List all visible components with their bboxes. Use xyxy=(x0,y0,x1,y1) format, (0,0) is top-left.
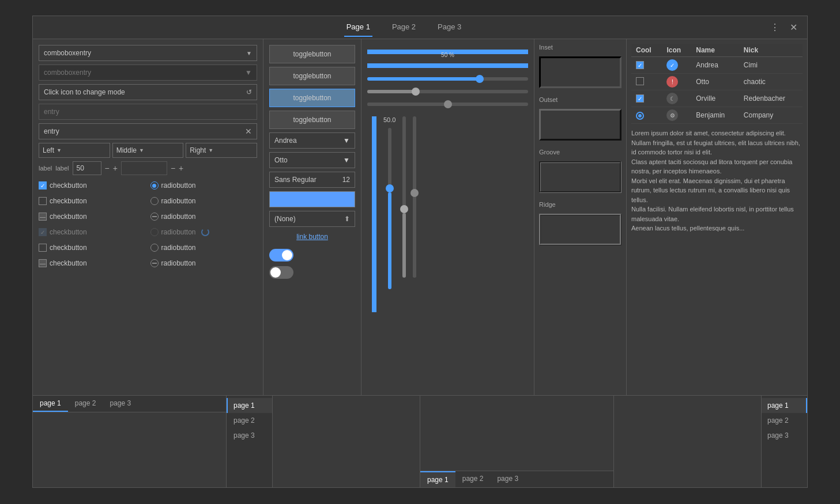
check-item-5[interactable]: checkbutton xyxy=(39,241,146,255)
check-item-3[interactable]: — checkbutton xyxy=(39,210,146,223)
vslider-3[interactable] xyxy=(402,116,406,278)
radio-item-1[interactable]: radiobutton xyxy=(150,179,258,192)
vtab2-1[interactable]: page 1 xyxy=(227,398,272,413)
switch-container xyxy=(269,247,355,281)
switch-1[interactable] xyxy=(269,249,293,262)
radio-item-2[interactable]: radiobutton xyxy=(150,194,258,208)
check-item-1[interactable]: ✓ checkbutton xyxy=(39,179,146,192)
toggle-btn-3[interactable]: togglebutton xyxy=(269,89,355,107)
radio-item-3[interactable]: radiobutton xyxy=(150,210,258,223)
toggle-btn-2[interactable]: togglebutton xyxy=(269,67,355,85)
toggle-btn-1[interactable]: togglebutton xyxy=(269,45,355,63)
radio-item-5[interactable]: radiobutton xyxy=(150,241,258,255)
rtab4-2[interactable]: page 2 xyxy=(762,413,807,428)
check-item-4: ✓ checkbutton xyxy=(39,225,146,239)
rtab4-1[interactable]: page 1 xyxy=(762,398,807,413)
radio-6[interactable] xyxy=(150,259,159,267)
btab3-3[interactable]: page 3 xyxy=(490,471,525,487)
btab1-2[interactable]: page 2 xyxy=(68,396,103,412)
btab1-3[interactable]: page 3 xyxy=(103,396,138,412)
tab-page3[interactable]: Page 3 xyxy=(435,18,464,37)
entry-icon-field[interactable]: Click icon to change mode ↺ xyxy=(39,84,257,100)
spin-entry[interactable]: 50 xyxy=(73,161,101,175)
hslider-2[interactable]: 50 % xyxy=(367,61,528,70)
combo-otto[interactable]: Otto ▼ xyxy=(269,152,355,168)
align-mid-combo[interactable]: Middle ▼ xyxy=(112,143,184,158)
vslider-4[interactable] xyxy=(413,116,416,278)
switch-2[interactable] xyxy=(269,266,293,279)
table-row[interactable]: ✓ ☾ Orville Redenbacher xyxy=(631,90,803,107)
reload-icon[interactable]: ↺ xyxy=(246,88,252,96)
clear-icon[interactable]: ✕ xyxy=(245,127,252,136)
checkbox-label-4: checkbutton xyxy=(50,228,87,236)
combo-box-1[interactable]: comboboxentry ▼ xyxy=(39,45,257,61)
entry-plain-field[interactable]: entry xyxy=(39,104,257,120)
col-cool: Cool xyxy=(631,44,662,57)
bottom-btabs-bar: page 1 page 2 page 3 xyxy=(420,471,613,487)
spin-minus-icon[interactable]: − xyxy=(105,164,110,173)
vtab2-3[interactable]: page 3 xyxy=(227,428,272,443)
row2-cool xyxy=(631,74,662,90)
radio-3[interactable] xyxy=(150,213,159,221)
radio-label-1: radiobutton xyxy=(161,181,196,190)
btab3-2[interactable]: page 2 xyxy=(455,471,491,487)
table-row[interactable]: ! Otto chaotic xyxy=(631,74,803,90)
checkbox-2[interactable] xyxy=(39,197,47,205)
hslider-4[interactable] xyxy=(367,88,528,96)
checkbox-3[interactable]: — xyxy=(39,213,47,221)
align-mid-label: Middle xyxy=(116,146,137,154)
radio-2[interactable] xyxy=(150,197,159,205)
combo-andrea-arrow-icon: ▼ xyxy=(343,137,350,145)
hslider-5[interactable] xyxy=(367,100,528,108)
check-radio-grid: ✓ checkbutton radiobutton checkbutton ra… xyxy=(39,179,257,270)
entry-plain-placeholder: entry xyxy=(44,108,59,116)
row1-icon-cell: ✓ xyxy=(666,59,678,71)
radio-label-6: radiobutton xyxy=(161,259,196,267)
btab3-1[interactable]: page 1 xyxy=(420,471,455,487)
check-item-6[interactable]: — checkbutton xyxy=(39,256,146,270)
radio-1[interactable] xyxy=(150,181,159,190)
checkbox-5[interactable] xyxy=(39,244,47,252)
row2-icon-cell: ! xyxy=(666,76,678,88)
radio-5[interactable] xyxy=(150,244,159,252)
inset-label: Inset xyxy=(539,44,621,51)
radio-item-6[interactable]: radiobutton xyxy=(150,256,258,270)
row4-radio xyxy=(636,112,644,120)
btab1-1[interactable]: page 1 xyxy=(33,396,68,412)
vtab2-2[interactable]: page 2 xyxy=(227,413,272,428)
radio-label-5: radiobutton xyxy=(161,244,196,252)
combo-arrow-2-icon: ▼ xyxy=(245,69,252,77)
row3-icon-cell: ☾ xyxy=(666,93,678,104)
rtab4-3[interactable]: page 3 xyxy=(762,428,807,443)
table-row[interactable]: ⚙ Benjamin Company xyxy=(631,107,803,124)
row4-name: Benjamin xyxy=(691,107,739,124)
vslider-1[interactable] xyxy=(372,116,376,312)
vslider-2[interactable]: 50.0 xyxy=(383,116,395,289)
close-button[interactable]: ✕ xyxy=(786,21,800,35)
link-button[interactable]: link button xyxy=(269,230,355,243)
spin-plus2-icon[interactable]: + xyxy=(179,164,183,173)
align-right-combo[interactable]: Right ▼ xyxy=(186,143,257,158)
combo-andrea[interactable]: Andrea ▼ xyxy=(269,132,355,149)
file-combo[interactable]: (None) ⬆ xyxy=(269,211,355,227)
row3-name: Orville xyxy=(691,90,739,107)
checkbox-6[interactable]: — xyxy=(39,259,47,267)
frame-outset xyxy=(539,109,621,141)
hslider-3[interactable] xyxy=(367,75,528,83)
row3-check: ✓ xyxy=(636,94,644,103)
checkbox-1[interactable]: ✓ xyxy=(39,181,47,190)
tab-page2[interactable]: Page 2 xyxy=(390,18,418,37)
spin-minus2-icon[interactable]: − xyxy=(171,164,175,173)
bottom-panel-3: page 1 page 2 page 3 xyxy=(420,396,614,487)
entry-clear-field[interactable]: entry ✕ xyxy=(39,123,257,139)
menu-button[interactable]: ⋮ xyxy=(768,21,782,35)
toggle-btn-4[interactable]: togglebutton xyxy=(269,111,355,129)
align-mid-arrow-icon: ▼ xyxy=(139,147,144,153)
check-item-2[interactable]: checkbutton xyxy=(39,194,146,208)
checkbox-label-6: checkbutton xyxy=(50,259,87,267)
align-left-combo[interactable]: Left ▼ xyxy=(39,143,110,158)
tab-page1[interactable]: Page 1 xyxy=(344,18,372,37)
spin-plus-icon[interactable]: + xyxy=(113,164,118,173)
color-button[interactable] xyxy=(269,191,355,207)
table-row[interactable]: ✓ ✓ Andrea Cimi xyxy=(631,57,803,74)
